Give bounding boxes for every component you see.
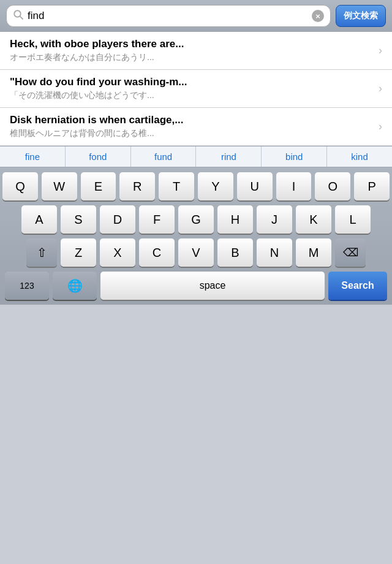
- key-d[interactable]: D: [100, 205, 135, 234]
- keyboard-row-2: ASDFGHJKL: [2, 205, 390, 234]
- chevron-icon: ›: [379, 44, 382, 57]
- autocomplete-word[interactable]: rind: [196, 147, 262, 167]
- keyboard-bottom-row: 123 🌐 space Search: [2, 272, 390, 300]
- key-c[interactable]: C: [139, 238, 175, 267]
- result-en: Heck, with oboe players there are...: [10, 38, 374, 50]
- keyboard: QWERTYUIOP ASDFGHJKL ⇧ ZXCVBNM⌫ 123 🌐 sp…: [0, 167, 392, 305]
- result-item[interactable]: "How do you find your washing-m... 「その洗濯…: [0, 70, 392, 108]
- key-k[interactable]: K: [296, 205, 331, 234]
- svg-point-0: [14, 10, 21, 17]
- key-t[interactable]: T: [159, 172, 194, 200]
- key-j[interactable]: J: [257, 205, 292, 234]
- search-key[interactable]: Search: [328, 272, 387, 300]
- result-text: "How do you find your washing-m... 「その洗濯…: [10, 76, 374, 101]
- result-item[interactable]: Disk herniation is when cartilage,... 椎間…: [0, 108, 392, 146]
- result-item[interactable]: Heck, with oboe players there are... オーボ…: [0, 32, 392, 70]
- key-o[interactable]: O: [315, 172, 350, 200]
- key-p[interactable]: P: [354, 172, 390, 200]
- autocomplete-word[interactable]: bind: [262, 147, 327, 167]
- key-h[interactable]: H: [217, 205, 253, 234]
- key-g[interactable]: G: [178, 205, 214, 234]
- result-text: Heck, with oboe players there are... オーボ…: [10, 38, 374, 63]
- key-q[interactable]: Q: [2, 172, 38, 200]
- key-v[interactable]: V: [178, 238, 214, 267]
- example-search-button[interactable]: 例文検索: [336, 5, 386, 27]
- key-l[interactable]: L: [335, 205, 371, 234]
- autocomplete-word[interactable]: fond: [66, 147, 131, 167]
- key-n[interactable]: N: [257, 238, 292, 267]
- keyboard-row-3: ⇧ ZXCVBNM⌫: [2, 238, 390, 267]
- results-list: Heck, with oboe players there are... オーボ…: [0, 32, 392, 146]
- key-f[interactable]: F: [139, 205, 175, 234]
- result-text: Disk herniation is when cartilage,... 椎間…: [10, 114, 374, 139]
- result-ja: 「その洗濯機の使い心地はどうです...: [10, 90, 374, 101]
- space-key[interactable]: space: [100, 272, 325, 300]
- search-bar: × 例文検索: [0, 0, 392, 32]
- key-e[interactable]: E: [81, 172, 116, 200]
- autocomplete-word[interactable]: kind: [327, 147, 392, 167]
- key-z[interactable]: Z: [61, 238, 96, 267]
- autocomplete-word[interactable]: fine: [0, 147, 66, 167]
- chevron-icon: ›: [379, 82, 382, 95]
- number-key[interactable]: 123: [5, 272, 49, 300]
- autocomplete-word[interactable]: fund: [131, 147, 197, 167]
- search-input-wrapper: ×: [6, 5, 331, 27]
- shift-key[interactable]: ⇧: [26, 238, 57, 267]
- key-r[interactable]: R: [119, 172, 155, 200]
- chevron-icon: ›: [379, 120, 382, 133]
- result-ja: 椎間板ヘルニアは背骨の間にある椎...: [10, 128, 374, 139]
- svg-line-1: [20, 17, 23, 20]
- globe-key[interactable]: 🌐: [53, 272, 97, 300]
- keyboard-row-1: QWERTYUIOP: [2, 172, 390, 200]
- key-u[interactable]: U: [237, 172, 273, 200]
- result-ja: オーボエ奏者なんかは自分にあうリ...: [10, 52, 374, 63]
- key-m[interactable]: M: [296, 238, 331, 267]
- key-w[interactable]: W: [42, 172, 77, 200]
- key-s[interactable]: S: [61, 205, 96, 234]
- result-en: Disk herniation is when cartilage,...: [10, 114, 374, 126]
- autocomplete-bar: finefondfundrindbindkind: [0, 146, 392, 167]
- clear-button[interactable]: ×: [312, 10, 324, 22]
- key-b[interactable]: B: [217, 238, 253, 267]
- result-en: "How do you find your washing-m...: [10, 76, 374, 88]
- search-icon: [13, 9, 24, 23]
- key-x[interactable]: X: [100, 238, 135, 267]
- key-a[interactable]: A: [21, 205, 57, 234]
- key-y[interactable]: Y: [198, 172, 233, 200]
- key-i[interactable]: I: [276, 172, 312, 200]
- delete-key[interactable]: ⌫: [335, 238, 366, 267]
- search-input[interactable]: [28, 10, 308, 22]
